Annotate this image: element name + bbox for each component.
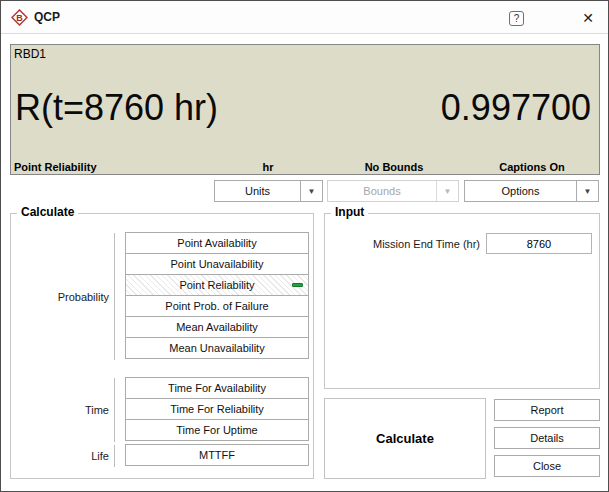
calculate-button[interactable]: Calculate: [324, 398, 486, 479]
chevron-down-icon[interactable]: ▼: [576, 181, 598, 201]
section-divider: [114, 378, 115, 442]
options-dropdown[interactable]: Options ▼: [464, 180, 599, 202]
options-dropdown-label[interactable]: Options: [465, 181, 576, 201]
time-for-availability-button[interactable]: Time For Availability: [125, 377, 309, 399]
section-divider: [114, 445, 115, 467]
svg-text:B: B: [16, 13, 23, 23]
app-logo-icon: B: [11, 9, 28, 26]
point-reliability-button[interactable]: Point Reliability: [125, 274, 309, 296]
caption-bounds: No Bounds: [365, 161, 424, 173]
mission-end-time-input[interactable]: [486, 233, 592, 254]
chevron-down-icon[interactable]: ▼: [300, 181, 322, 201]
result-expression: R(t=8760 hr): [15, 87, 218, 129]
mission-end-time-label: Mission End Time (hr): [325, 238, 480, 250]
report-button[interactable]: Report: [494, 399, 600, 421]
diagram-name: RBD1: [14, 47, 46, 61]
result-value: 0.997700: [441, 87, 591, 129]
input-group: Input Mission End Time (hr): [324, 213, 600, 389]
input-group-title: Input: [331, 205, 368, 219]
bounds-dropdown-label: Bounds: [328, 181, 436, 201]
mttff-button[interactable]: MTTFF: [125, 444, 309, 466]
calculate-group-title: Calculate: [17, 205, 78, 219]
qcp-window: B QCP ? ✕ RBD1 R(t=8760 hr) 0.997700 Poi…: [0, 0, 609, 492]
section-label-life: Life: [11, 450, 109, 462]
point-reliability-label: Point Reliability: [179, 279, 254, 291]
caption-units: hr: [263, 161, 274, 173]
titlebar: B QCP ? ✕: [1, 1, 608, 34]
time-for-uptime-button[interactable]: Time For Uptime: [125, 419, 309, 441]
point-unavailability-button[interactable]: Point Unavailability: [125, 253, 309, 275]
help-icon[interactable]: ?: [509, 11, 524, 26]
details-button[interactable]: Details: [494, 427, 600, 449]
time-button-stack: Time For Availability Time For Reliabili…: [125, 378, 309, 441]
section-divider: [114, 233, 115, 360]
caption-options: Captions On: [499, 161, 564, 173]
section-label-probability: Probability: [11, 291, 109, 303]
chevron-down-icon: ▼: [436, 181, 458, 201]
close-icon[interactable]: ✕: [578, 8, 598, 28]
time-for-reliability-button[interactable]: Time For Reliability: [125, 398, 309, 420]
mean-availability-button[interactable]: Mean Availability: [125, 316, 309, 338]
units-dropdown-label[interactable]: Units: [215, 181, 300, 201]
mean-unavailability-button[interactable]: Mean Unavailability: [125, 337, 309, 359]
units-dropdown[interactable]: Units ▼: [214, 180, 323, 202]
bounds-dropdown: Bounds ▼: [327, 180, 459, 202]
close-button[interactable]: Close: [494, 455, 600, 477]
window-title: QCP: [34, 1, 60, 33]
point-availability-button[interactable]: Point Availability: [125, 232, 309, 254]
calculate-group: Calculate Probability Point Availability…: [10, 213, 314, 479]
selected-indicator-icon: [292, 283, 303, 287]
caption-metric: Point Reliability: [14, 161, 97, 173]
life-button-stack: MTTFF: [125, 445, 309, 466]
section-label-time: Time: [11, 404, 109, 416]
result-display-panel: RBD1 R(t=8760 hr) 0.997700 Point Reliabi…: [10, 44, 600, 175]
probability-button-stack: Point Availability Point Unavailability …: [125, 233, 309, 359]
point-prob-of-failure-button[interactable]: Point Prob. of Failure: [125, 295, 309, 317]
